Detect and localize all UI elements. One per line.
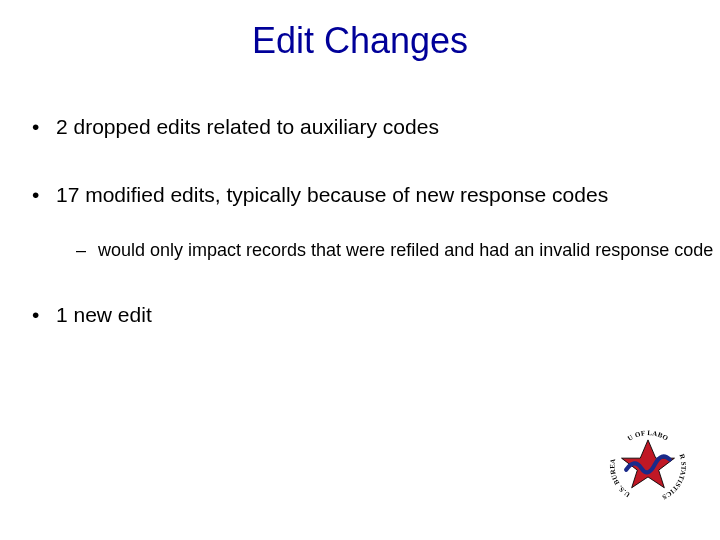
sub-bullet-text: would only impact records that were refi…: [98, 240, 713, 260]
sub-bullet-list: would only impact records that were refi…: [56, 229, 720, 272]
logo-text-left: U.S. BUREA: [609, 458, 631, 499]
slide-title: Edit Changes: [0, 20, 720, 62]
bullet-list: 2 dropped edits related to auxiliary cod…: [0, 102, 720, 340]
sub-bullet-item: would only impact records that were refi…: [74, 229, 720, 272]
bullet-item: 17 modified edits, typically because of …: [28, 170, 720, 272]
bls-star-icon: U OF LABO U.S. BUREA R STATISTICS: [606, 421, 690, 505]
bullet-item: 2 dropped edits related to auxiliary cod…: [28, 102, 720, 152]
bullet-text: 17 modified edits, typically because of …: [56, 183, 608, 206]
bullet-text: 1 new edit: [56, 303, 152, 326]
bls-logo: U OF LABO U.S. BUREA R STATISTICS: [606, 421, 690, 505]
bullet-text: 2 dropped edits related to auxiliary cod…: [56, 115, 439, 138]
bullet-item: 1 new edit: [28, 290, 720, 340]
slide: Edit Changes 2 dropped edits related to …: [0, 20, 720, 540]
